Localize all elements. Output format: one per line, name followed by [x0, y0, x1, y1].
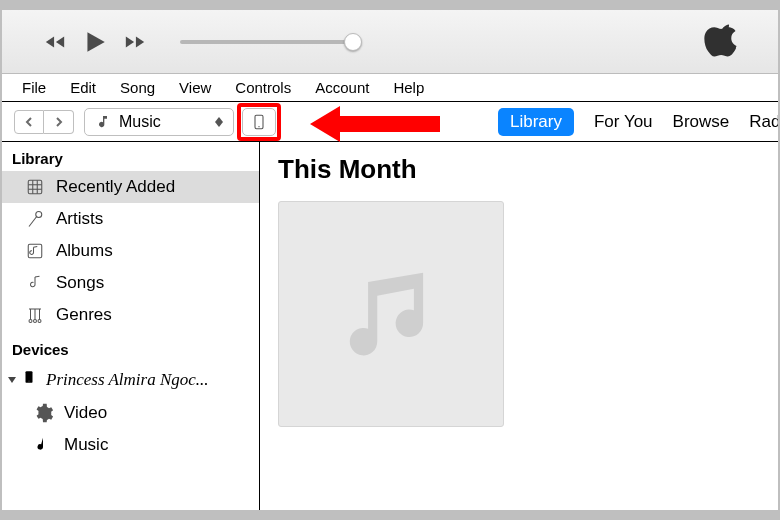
album-placeholder-tile[interactable]	[278, 201, 504, 427]
sidebar-sub-label: Video	[64, 403, 107, 423]
sidebar-item-songs[interactable]: Songs	[2, 267, 259, 299]
top-tabs: Library For You Browse Rad	[498, 108, 780, 136]
apple-logo	[704, 20, 738, 63]
svg-line-10	[34, 247, 38, 248]
sidebar-item-albums[interactable]: Albums	[2, 235, 259, 267]
tab-for-you[interactable]: For You	[594, 112, 653, 132]
main-panel: This Month	[260, 142, 778, 510]
next-button[interactable]	[122, 29, 148, 55]
sidebar-item-genres[interactable]: Genres	[2, 299, 259, 331]
sidebar-item-label: Albums	[56, 241, 113, 261]
nav-back-button[interactable]	[14, 110, 44, 134]
menu-song[interactable]: Song	[110, 77, 165, 98]
sidebar-item-recently-added[interactable]: Recently Added	[2, 171, 259, 203]
svg-rect-2	[28, 180, 42, 194]
section-title: This Month	[278, 154, 760, 185]
volume-slider[interactable]	[180, 40, 360, 44]
album-icon	[24, 241, 46, 261]
svg-point-14	[38, 320, 41, 323]
mic-icon	[24, 209, 46, 229]
music-note-icon	[24, 273, 46, 293]
sidebar-heading-library: Library	[2, 146, 259, 171]
player-bar	[2, 10, 778, 74]
music-note-icon	[336, 259, 446, 369]
svg-line-17	[43, 437, 49, 438]
genre-icon	[24, 305, 46, 325]
sidebar-item-label: Recently Added	[56, 177, 175, 197]
arrow-left-icon	[310, 106, 440, 142]
sidebar-device-name: Princess Almira Ngoc...	[46, 370, 209, 390]
menu-controls[interactable]: Controls	[225, 77, 301, 98]
svg-line-11	[35, 276, 40, 277]
volume-knob[interactable]	[344, 33, 362, 51]
svg-point-7	[36, 212, 42, 218]
tab-library[interactable]: Library	[498, 108, 574, 136]
svg-point-12	[29, 320, 32, 323]
phone-icon	[22, 368, 40, 391]
skip-back-icon	[44, 31, 66, 53]
menu-view[interactable]: View	[169, 77, 221, 98]
sidebar: Library Recently Added Artists Albums So…	[2, 142, 260, 510]
toolbar: Music Library For You Browse Rad	[2, 102, 778, 142]
sidebar-item-label: Genres	[56, 305, 112, 325]
sidebar-heading-devices: Devices	[2, 337, 259, 362]
dropdown-arrows-icon	[213, 113, 225, 131]
sidebar-item-label: Songs	[56, 273, 104, 293]
sidebar-item-label: Artists	[56, 209, 103, 229]
nav-forward-button[interactable]	[44, 110, 74, 134]
phone-icon	[251, 112, 267, 132]
device-button[interactable]	[242, 108, 276, 136]
play-button[interactable]	[82, 29, 108, 55]
svg-point-13	[34, 320, 37, 323]
chevron-left-icon	[24, 117, 34, 127]
sidebar-item-artists[interactable]: Artists	[2, 203, 259, 235]
play-icon	[82, 27, 108, 57]
menu-help[interactable]: Help	[383, 77, 434, 98]
body: Library Recently Added Artists Albums So…	[2, 142, 778, 510]
sidebar-device[interactable]: Princess Almira Ngoc...	[2, 362, 259, 397]
svg-line-8	[29, 217, 37, 227]
music-note-icon	[95, 114, 111, 130]
tab-radio[interactable]: Rad	[749, 112, 780, 132]
svg-point-1	[258, 126, 259, 127]
menu-bar: File Edit Song View Controls Account Hel…	[2, 74, 778, 102]
gear-icon	[32, 403, 54, 423]
skip-forward-icon	[124, 31, 146, 53]
menu-account[interactable]: Account	[305, 77, 379, 98]
previous-button[interactable]	[42, 29, 68, 55]
apple-icon	[704, 20, 738, 60]
category-dropdown[interactable]: Music	[84, 108, 234, 136]
chevron-right-icon	[54, 117, 64, 127]
sidebar-sub-label: Music	[64, 435, 108, 455]
svg-point-16	[28, 381, 29, 382]
tab-browse[interactable]: Browse	[673, 112, 730, 132]
disclosure-triangle-icon[interactable]	[8, 377, 16, 383]
sidebar-device-video[interactable]: Video	[2, 397, 259, 429]
grid-icon	[24, 177, 46, 197]
playback-controls	[42, 29, 148, 55]
menu-edit[interactable]: Edit	[60, 77, 106, 98]
category-dropdown-label: Music	[119, 113, 161, 131]
callout-arrow	[310, 106, 440, 142]
sidebar-device-music[interactable]: Music	[2, 429, 259, 461]
menu-file[interactable]: File	[12, 77, 56, 98]
music-note-icon	[32, 435, 54, 455]
